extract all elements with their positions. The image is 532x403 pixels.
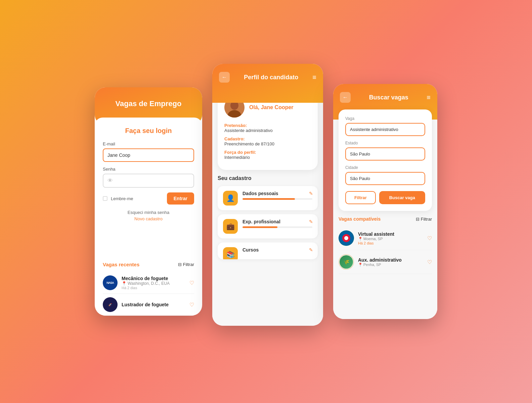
estado-input[interactable] bbox=[345, 147, 425, 161]
remember-row: Lembre-me Entrar bbox=[103, 192, 194, 205]
cursos-icon: 📚 bbox=[223, 247, 238, 259]
favorite-vaga-1[interactable]: ♡ bbox=[427, 235, 432, 241]
search-buttons: Filtrar Buscar vaga bbox=[345, 191, 425, 204]
cidade-input[interactable] bbox=[345, 172, 425, 185]
vagas-header: Vagas compatíveis ⊟ Filtrar bbox=[339, 216, 432, 222]
vagas-section: Vagas compatíveis ⊟ Filtrar bbox=[333, 216, 437, 274]
filter-button[interactable]: ⊟ Filtrar bbox=[178, 262, 194, 267]
job-info: Mecânico de foguete 📍 Washington, D.C., … bbox=[122, 276, 185, 290]
exp-progress-fill bbox=[242, 226, 277, 228]
vaga-location-2: 📍 Penha, SP bbox=[358, 263, 423, 267]
pretensao-label: Pretensão: bbox=[224, 123, 311, 128]
vaga-title-1: Virtual assistent bbox=[358, 231, 423, 237]
vaga-location-1: 📍 Moema, SP bbox=[358, 237, 423, 241]
cidade-label: Cidade bbox=[345, 165, 425, 170]
cadastro-value: Preenchimento de 87/100 bbox=[224, 141, 311, 146]
job-item[interactable]: 🚀 Lustrador de foguete ♡ bbox=[103, 294, 194, 316]
edit-icon-exp[interactable]: ✎ bbox=[309, 219, 313, 224]
avatar bbox=[224, 103, 245, 118]
forca-label: Força do perfil: bbox=[224, 150, 311, 155]
cadastro-item-cursos[interactable]: 📚 Cursos ✎ bbox=[218, 242, 318, 259]
cadastro-item-exp[interactable]: 💼 Exp. profissional ✎ bbox=[218, 214, 318, 238]
remember-checkbox[interactable] bbox=[103, 196, 107, 201]
menu-icon-3[interactable]: ≡ bbox=[427, 94, 431, 101]
vaga-item-1[interactable]: Virtual assistent 📍 Moema, SP Há 2 dias … bbox=[339, 226, 432, 250]
edit-icon[interactable]: ✎ bbox=[309, 191, 313, 196]
filter-icon-vagas: ⊟ bbox=[416, 217, 419, 222]
vaga-info-2: Aux. administrativo 📍 Penha, SP bbox=[358, 257, 423, 267]
phone2-body: Olá, Jane Cooper Pretensão: Assistente a… bbox=[212, 103, 323, 326]
recent-jobs-section: Vagas recentes ⊟ Filtrar NASA Mecânico d… bbox=[95, 256, 202, 316]
vaga-label: Vaga bbox=[345, 116, 425, 121]
estado-label: Estado bbox=[345, 141, 425, 145]
nasa-text: NASA bbox=[106, 281, 114, 284]
job-logo-2: 🚀 bbox=[103, 297, 118, 312]
back-button-3[interactable]: ← bbox=[340, 92, 351, 103]
vagas-title: Vagas compatíveis bbox=[339, 216, 381, 222]
new-register-link[interactable]: Novo cadastro bbox=[103, 216, 194, 221]
job-item[interactable]: NASA Mecânico de foguete 📍 Washington, D… bbox=[103, 272, 194, 294]
favorite-vaga-2[interactable]: ♡ bbox=[427, 259, 432, 265]
forca-value: Intermediário bbox=[224, 155, 311, 160]
cadastro-info: Dados pessoais bbox=[242, 191, 312, 200]
email-input[interactable]: Jane Coop bbox=[103, 148, 194, 162]
login-body: Faça seu login E-mail Jane Coop Senha 👁 … bbox=[95, 118, 202, 256]
profile-screen-title: Perfil do candidato bbox=[244, 74, 298, 81]
cadastro-label: Cadastro: bbox=[224, 136, 311, 141]
cadastro-section: Seu cadastro 👤 Dados pessoais ✎ 💼 bbox=[212, 170, 323, 259]
greeting-text: Olá, Jane Cooper bbox=[249, 104, 294, 110]
location-pin-icon-1: 📍 bbox=[358, 237, 363, 241]
dados-icon: 👤 bbox=[223, 191, 238, 206]
forgot-text: Esqueci minha senha bbox=[103, 210, 194, 215]
cadastro-item-dados[interactable]: 👤 Dados pessoais ✎ bbox=[218, 186, 318, 210]
cadastro-section-title: Seu cadastro bbox=[218, 175, 318, 181]
job-info-2: Lustrador de foguete bbox=[122, 302, 185, 307]
back-button[interactable]: ← bbox=[219, 72, 230, 83]
dados-progress-bar bbox=[242, 198, 312, 200]
recent-jobs-header: Vagas recentes ⊟ Filtrar bbox=[103, 262, 194, 267]
back-icon-3: ← bbox=[343, 94, 348, 100]
password-input[interactable]: 👁 bbox=[103, 174, 194, 188]
dados-progress-fill bbox=[242, 198, 295, 200]
profile-card-inner: Olá, Jane Cooper bbox=[224, 103, 311, 118]
pretensao-detail: Pretensão: Assistente administrativo bbox=[224, 123, 311, 133]
job-time: Há 2 dias bbox=[122, 286, 185, 290]
cursos-name: Cursos bbox=[242, 247, 312, 253]
cadastro-info-exp: Exp. profissional bbox=[242, 219, 312, 228]
enter-button[interactable]: Entrar bbox=[167, 192, 194, 205]
cadastro-detail: Cadastro: Preenchimento de 87/100 bbox=[224, 136, 311, 146]
vaga-time-1: Há 2 dias bbox=[358, 241, 423, 245]
dados-name: Dados pessoais bbox=[242, 191, 312, 196]
menu-icon[interactable]: ≡ bbox=[312, 74, 316, 81]
phone-search: ← Buscar vagas ≡ Vaga Estado Cidade Filt… bbox=[333, 84, 437, 319]
favorite-icon[interactable]: ♡ bbox=[189, 280, 194, 286]
job-location: 📍 Washington, D.C., EUA bbox=[122, 281, 185, 286]
vaga-info-1: Virtual assistent 📍 Moema, SP Há 2 dias bbox=[358, 231, 423, 245]
main-scene: Vagas de Emprego Faça seu login E-mail J… bbox=[75, 57, 457, 346]
profile-card: Olá, Jane Cooper Pretensão: Assistente a… bbox=[218, 103, 318, 170]
exp-icon: 💼 bbox=[223, 219, 238, 234]
vaga-item-2[interactable]: 🌾 Aux. administrativo 📍 Penha, SP ♡ bbox=[339, 250, 432, 274]
search-form: Vaga Estado Cidade Filtrar Buscar vaga bbox=[339, 109, 432, 211]
exp-name: Exp. profissional bbox=[242, 219, 312, 224]
forca-detail: Força do perfil: Intermediário bbox=[224, 150, 311, 160]
vagas-filter-button[interactable]: ⊟ Filtrar bbox=[416, 217, 432, 222]
recent-jobs-title: Vagas recentes bbox=[103, 262, 139, 267]
exp-progress-bar bbox=[242, 226, 312, 228]
location-pin-icon: 📍 bbox=[122, 281, 127, 286]
vaga-title-2: Aux. administrativo bbox=[358, 257, 423, 263]
search-screen-title: Buscar vagas bbox=[369, 94, 408, 101]
password-label: Senha bbox=[103, 167, 194, 172]
buscar-button[interactable]: Buscar vaga bbox=[379, 191, 425, 204]
vaga-input[interactable] bbox=[345, 123, 425, 136]
back-icon: ← bbox=[222, 74, 227, 80]
filtrar-button[interactable]: Filtrar bbox=[345, 191, 376, 204]
panera-logo: 🌾 bbox=[339, 254, 354, 270]
edit-icon-cursos[interactable]: ✎ bbox=[309, 247, 313, 253]
phone2-header: ← Perfil do candidato ≡ bbox=[212, 64, 323, 103]
favorite-icon-2[interactable]: ♡ bbox=[189, 302, 194, 308]
eye-icon: 👁 bbox=[107, 178, 113, 184]
phone-login: Vagas de Emprego Faça seu login E-mail J… bbox=[95, 87, 202, 316]
app-title: Vagas de Emprego bbox=[101, 99, 195, 108]
nasa-logo: NASA bbox=[103, 275, 118, 290]
